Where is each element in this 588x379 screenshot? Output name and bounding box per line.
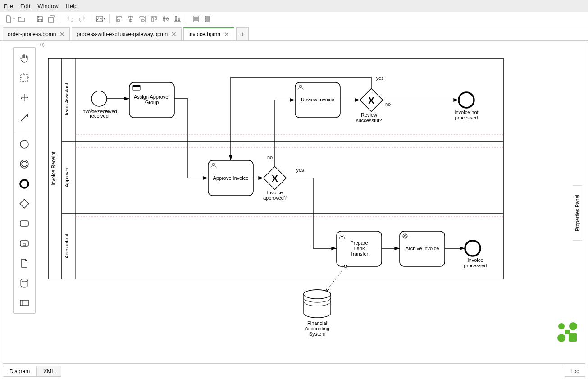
image-icon[interactable]: ▾ — [95, 14, 106, 24]
menu-window[interactable]: Window — [37, 3, 58, 9]
svg-point-51 — [569, 322, 577, 330]
main-area: , 0) I — [0, 41, 588, 364]
svg-text:no: no — [267, 155, 273, 160]
svg-rect-24 — [133, 85, 140, 87]
gateway-icon[interactable] — [18, 197, 31, 210]
svg-text:Approve Invoice: Approve Invoice — [213, 175, 249, 181]
start-event[interactable] — [91, 91, 107, 106]
add-tab-button[interactable]: + — [236, 27, 249, 40]
menu-file[interactable]: File — [4, 3, 13, 9]
align-bottom-icon[interactable] — [172, 14, 183, 24]
log-button[interactable]: Log — [565, 366, 585, 377]
svg-text:yes: yes — [296, 167, 304, 173]
pool-label: Invoice Receipt — [50, 151, 56, 185]
svg-text:Invoicereceived: Invoicereceived — [90, 108, 109, 119]
tab-order-process[interactable]: order-process.bpmn✕ — [3, 27, 70, 40]
distribute-h-icon[interactable] — [191, 14, 201, 24]
hand-tool-icon[interactable] — [18, 51, 31, 65]
menu-help[interactable]: Help — [66, 3, 78, 9]
save-icon[interactable] — [35, 14, 46, 24]
close-icon[interactable]: ✕ — [59, 31, 65, 38]
svg-rect-8 — [20, 221, 28, 226]
tab-exclusive-gateway[interactable]: process-with-exclusive-gateway.bpmn✕ — [72, 27, 182, 40]
palette — [13, 47, 36, 314]
connect-tool-icon[interactable] — [18, 111, 31, 124]
svg-point-50 — [558, 323, 565, 329]
svg-rect-2 — [21, 74, 28, 82]
svg-point-48 — [304, 290, 331, 299]
new-file-icon[interactable]: ▾ — [5, 14, 15, 24]
svg-text:yes: yes — [376, 75, 384, 81]
bpmn-diagram[interactable]: Invoice Receipt Team Assistant Approver … — [3, 41, 584, 363]
subprocess-icon[interactable] — [18, 237, 31, 250]
editor-tabs: order-process.bpmn✕ process-with-exclusi… — [0, 26, 588, 41]
svg-point-11 — [21, 279, 28, 282]
svg-text:X: X — [272, 174, 278, 183]
end-event-icon[interactable] — [18, 177, 31, 191]
data-store[interactable] — [304, 290, 331, 318]
align-top-icon[interactable] — [149, 14, 160, 24]
space-tool-icon[interactable] — [18, 91, 31, 105]
align-left-icon[interactable] — [114, 14, 124, 24]
close-icon[interactable]: ✕ — [171, 31, 177, 38]
data-store-icon[interactable] — [18, 276, 31, 290]
svg-point-6 — [20, 180, 28, 188]
end-event-not-processed[interactable] — [459, 92, 474, 108]
svg-point-3 — [20, 140, 28, 148]
open-file-icon[interactable] — [16, 14, 27, 24]
svg-point-5 — [22, 161, 27, 167]
svg-point-1 — [97, 17, 99, 18]
svg-text:Archive Invoice: Archive Invoice — [406, 246, 439, 251]
tab-invoice[interactable]: invoice.bpmn✕ — [183, 27, 234, 40]
svg-rect-7 — [20, 199, 29, 208]
bpmn-io-logo — [556, 321, 579, 345]
align-center-v-icon[interactable] — [160, 14, 171, 24]
svg-rect-10 — [23, 244, 26, 246]
footer: Diagram XML Log — [0, 364, 588, 379]
svg-rect-54 — [565, 330, 570, 334]
svg-text:X: X — [368, 96, 374, 105]
properties-panel-toggle[interactable]: Properties Panel — [573, 185, 582, 241]
data-object-icon[interactable] — [18, 256, 31, 270]
lane-team-assistant-label: Team Assistant — [64, 83, 69, 116]
toolbar: ▾ ▾ — [0, 12, 588, 26]
undo-icon[interactable] — [65, 14, 76, 24]
svg-text:no: no — [385, 101, 391, 107]
menu-edit[interactable]: Edit — [20, 3, 30, 9]
lane-accountant-label: Accountant — [64, 233, 69, 258]
svg-rect-9 — [20, 241, 28, 246]
task-icon[interactable] — [18, 217, 31, 230]
intermediate-event-icon[interactable] — [18, 157, 31, 171]
align-right-icon[interactable] — [137, 14, 148, 24]
save-all-icon[interactable] — [46, 14, 57, 24]
canvas[interactable]: , 0) I — [3, 41, 585, 364]
menubar: File Edit Window Help — [0, 0, 588, 12]
lane-approver-label: Approver — [64, 167, 69, 187]
close-icon[interactable]: ✕ — [224, 31, 229, 38]
distribute-v-icon[interactable] — [202, 14, 213, 24]
svg-text:Review Invoice: Review Invoice — [301, 97, 334, 102]
svg-point-52 — [557, 334, 565, 342]
footer-tab-diagram[interactable]: Diagram — [3, 366, 36, 377]
svg-text:Invoice notprocessed: Invoice notprocessed — [454, 110, 478, 120]
start-event-icon[interactable] — [18, 137, 31, 151]
pool-icon[interactable] — [18, 296, 31, 310]
redo-icon[interactable] — [77, 14, 87, 24]
footer-tab-xml[interactable]: XML — [36, 366, 61, 377]
end-event-processed[interactable] — [465, 241, 480, 256]
lasso-tool-icon[interactable] — [18, 71, 31, 85]
align-center-h-icon[interactable] — [125, 14, 136, 24]
svg-text:FinancialAccountingSystem: FinancialAccountingSystem — [305, 320, 329, 337]
svg-rect-53 — [569, 333, 577, 342]
svg-rect-12 — [20, 300, 28, 306]
